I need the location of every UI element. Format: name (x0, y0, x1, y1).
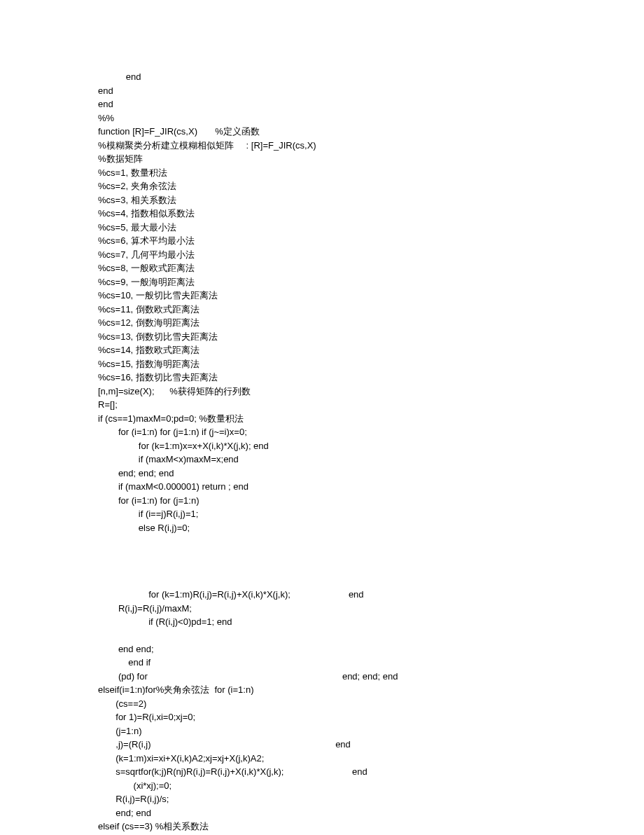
code-line: %cs=12, 倒数海明距离法 (98, 316, 546, 330)
code-line: for (k=1:m)R(i,j)=R(i,j)+X(i,k)*X(j,k); … (98, 588, 546, 602)
code-line: elseif (cs==3) %相关系数法 (98, 820, 546, 834)
code-line: else R(i,j)=0; (98, 521, 546, 535)
code-line: if (maxM<x)maxM=x;end (98, 453, 546, 467)
code-line: end (98, 97, 546, 111)
code-line (98, 561, 546, 574)
code-line: %% (98, 111, 546, 125)
code-line: %cs=7, 几何平均最小法 (98, 248, 546, 262)
code-line: for (k=1:m)x=x+X(i,k)*X(j,k); end (98, 439, 546, 453)
code-line: (pd) for end; end; end (98, 670, 546, 684)
code-line: elseif(i=1:n)for%夹角余弦法 for (i=1:n) (98, 683, 546, 697)
code-line: end; end; end (98, 467, 546, 481)
code-line: %cs=8, 一般欧式距离法 (98, 261, 546, 275)
code-line: (j=1:n) (98, 724, 546, 738)
code-line: for 1)=R(i,xi=0;xj=0; (98, 710, 546, 724)
code-line: (cs==2) (98, 697, 546, 711)
code-line: for (i=1:n) for (j=1:n) if (j~=i)x=0; (98, 425, 546, 439)
code-line: %cs=5, 最大最小法 (98, 221, 546, 235)
code-line: %cs=4, 指数相似系数法 (98, 207, 546, 221)
code-line: %cs=9, 一般海明距离法 (98, 275, 546, 289)
code-line: R(i,j)=R(i,j)/maxM; (98, 602, 546, 616)
code-line: if (R(i,j)<0)pd=1; end (98, 615, 546, 629)
code-document: endendend%%function [R]=F_JIR(cs,X) %定义函… (0, 0, 644, 835)
code-line: s=sqrtfor(k;j)R(nj)R(i,j)=R(i,j)+X(i,k)*… (98, 765, 546, 779)
code-line: %cs=1, 数量积法 (98, 166, 546, 180)
code-line: end if (98, 656, 546, 670)
code-line: %cs=13, 倒数切比雪夫距离法 (98, 330, 546, 344)
code-line (98, 574, 546, 588)
code-line: function [R]=F_JIR(cs,X) %定义函数 (98, 125, 546, 139)
code-line: R=[]; (98, 398, 546, 412)
code-line: %cs=14, 指数欧式距离法 (98, 343, 546, 357)
code-line: %cs=11, 倒数欧式距离法 (98, 303, 546, 317)
code-line: %cs=2, 夹角余弦法 (98, 179, 546, 193)
code-line: if (i==j)R(i,j)=1; (98, 507, 546, 521)
code-line: %模糊聚类分析建立模糊相似矩阵 : [R]=F_JIR(cs,X) (98, 139, 546, 153)
code-line: R(i,j)=R(i,j)/s; (98, 792, 546, 806)
code-line: if (cs==1)maxM=0;pd=0; %数量积法 (98, 412, 546, 426)
code-line: end end; (98, 642, 546, 656)
code-line (98, 629, 546, 642)
code-line: %cs=10, 一般切比雪夫距离法 (98, 289, 546, 303)
code-line: ,j)=(R(i,j) end (98, 738, 546, 752)
code-line: (xi*xj);=0; (98, 779, 546, 793)
code-line (98, 548, 546, 561)
code-line: %cs=16, 指数切比雪夫距离法 (98, 371, 546, 385)
code-line: [n,m]=size(X); %获得矩阵的行列数 (98, 385, 546, 399)
code-line: %cs=6, 算术平均最小法 (98, 234, 546, 248)
code-line: for (i=1:n) for (j=1:n) (98, 494, 546, 508)
code-line: %cs=15, 指数海明距离法 (98, 357, 546, 371)
code-line: if (maxM<0.000001) return ; end (98, 480, 546, 494)
code-line: %cs=3, 相关系数法 (98, 193, 546, 207)
code-line: end (98, 84, 546, 98)
code-line: %数据矩阵 (98, 152, 546, 166)
code-line (98, 534, 546, 548)
code-line: end; end (98, 806, 546, 820)
code-line: (k=1:m)xi=xi+X(i,k)A2;xj=xj+X(j,k)A2; (98, 752, 546, 766)
code-line: end (98, 70, 546, 84)
